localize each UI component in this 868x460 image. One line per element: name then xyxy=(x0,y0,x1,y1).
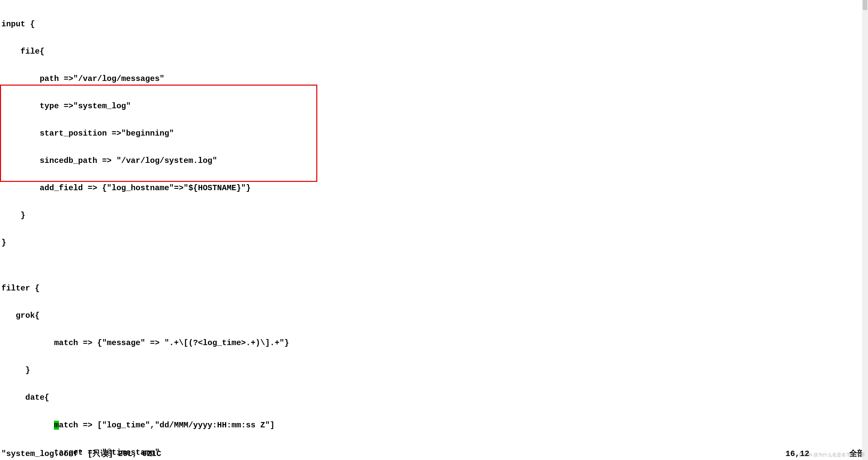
vim-status-bar: "system_log.conf" [只读] 26L, 621C 16,12 全… xyxy=(1,448,865,459)
code-line: date{ xyxy=(1,393,868,402)
code-line: } xyxy=(1,211,868,220)
code-line: file{ xyxy=(1,47,868,56)
code-line: start_position =>"beginning" xyxy=(1,129,868,138)
code-line: match => {"message" => ".+\[(?<log_time>… xyxy=(1,338,868,347)
code-line: sincedb_path => "/var/log/system.log" xyxy=(1,156,868,165)
scrollbar-thumb[interactable] xyxy=(863,0,867,10)
code-line: grok{ xyxy=(1,311,868,320)
code-text: atch => ["log_time","dd/MMM/yyyy:HH:mm:s… xyxy=(59,421,275,430)
status-filename: "system_log.conf" [只读] 26L, 621C xyxy=(1,448,161,459)
code-line: } xyxy=(1,238,868,247)
status-position: 16,12 xyxy=(785,449,849,458)
code-line: path =>"/var/log/messages" xyxy=(1,74,868,83)
code-line-cursor: match => ["log_time","dd/MMM/yyyy:HH:mm:… xyxy=(1,421,868,430)
code-line: add_field => {"log_hostname"=>"${HOSTNAM… xyxy=(1,184,868,192)
code-line: filter { xyxy=(1,284,868,293)
editor-area[interactable]: input { file{ path =>"/var/log/messages"… xyxy=(0,0,868,460)
vim-viewport: input { file{ path =>"/var/log/messages"… xyxy=(0,0,868,460)
code-line: } xyxy=(1,366,868,375)
cursor: m xyxy=(54,421,59,430)
code-text xyxy=(1,421,54,430)
scrollbar[interactable] xyxy=(862,0,868,460)
code-line: input { xyxy=(1,20,868,29)
code-line: type =>"system_log" xyxy=(1,101,868,111)
